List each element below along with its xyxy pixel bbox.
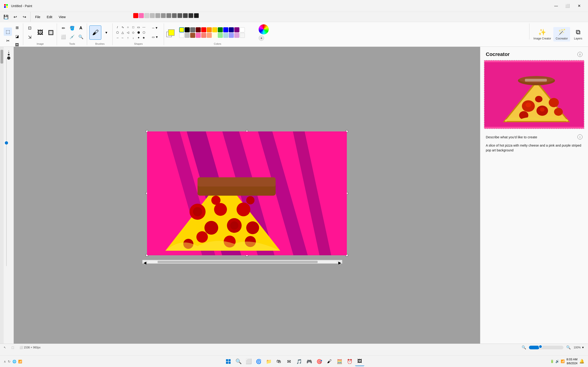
- store-button[interactable]: 🛍: [274, 357, 284, 366]
- shape-roundrect[interactable]: ▭: [136, 25, 141, 30]
- add-color-button[interactable]: +: [259, 35, 264, 41]
- scroll-track[interactable]: [148, 261, 337, 263]
- zoom-slider-track[interactable]: [529, 346, 563, 349]
- color-lg1[interactable]: [144, 13, 149, 18]
- info-icon[interactable]: i: [578, 52, 582, 57]
- description-info-icon[interactable]: i: [578, 134, 582, 140]
- color-red[interactable]: [201, 27, 206, 32]
- color-green[interactable]: [218, 27, 223, 32]
- shape-rtriangle[interactable]: ◁: [125, 30, 130, 35]
- shape-hex[interactable]: ⬡: [141, 30, 146, 35]
- shape-larrow[interactable]: ←: [120, 35, 125, 40]
- color-whitesmoke[interactable]: [240, 33, 245, 38]
- color-lg5[interactable]: [166, 13, 171, 18]
- shape-uarrow[interactable]: ↑: [125, 35, 130, 40]
- select-all-button[interactable]: ⊞: [13, 23, 21, 32]
- erase-bg-button[interactable]: 🔲: [47, 28, 55, 37]
- color-plum[interactable]: [234, 33, 239, 38]
- color-lg4[interactable]: [161, 13, 166, 18]
- start-button[interactable]: [224, 357, 233, 366]
- color-darkgray[interactable]: [190, 27, 195, 32]
- h-scroll-thumb[interactable]: [157, 261, 318, 263]
- color-yellow2[interactable]: [212, 27, 217, 32]
- shape-pentagon[interactable]: ⬟: [136, 30, 141, 35]
- brush-size-slider[interactable]: [5, 58, 8, 266]
- steam-button[interactable]: 🎮: [304, 357, 314, 366]
- shape-diamond[interactable]: ◇: [131, 30, 136, 35]
- shape-more[interactable]: ⋯: [141, 25, 146, 30]
- shape-rect[interactable]: □: [131, 25, 136, 30]
- chevron-up-area[interactable]: ∧: [4, 360, 6, 363]
- scroll-left-btn[interactable]: ◀: [144, 261, 146, 263]
- color-blue[interactable]: [223, 27, 228, 32]
- eraser-tool[interactable]: ⬜: [59, 33, 68, 41]
- left-scroll-thumb[interactable]: [0, 50, 3, 64]
- brush-type-dropdown[interactable]: ▼: [102, 28, 111, 37]
- pointer-tool[interactable]: ↖: [4, 346, 6, 349]
- color-lightsalmon[interactable]: [207, 33, 212, 38]
- zoom-in-button[interactable]: 🔍: [566, 345, 571, 350]
- text-tool[interactable]: A: [77, 24, 85, 32]
- xbox-button[interactable]: 🎯: [315, 357, 324, 366]
- globe-icon[interactable]: 🌐: [12, 360, 16, 363]
- color-brown[interactable]: [190, 33, 195, 38]
- shape-curve[interactable]: ∿: [120, 25, 125, 30]
- selection-status[interactable]: ⬚: [11, 346, 14, 349]
- color-pink2[interactable]: [139, 13, 144, 18]
- color-silver[interactable]: [185, 33, 190, 38]
- color-lg2[interactable]: [150, 13, 155, 18]
- zoom-thumb[interactable]: [539, 345, 542, 348]
- task-view-button[interactable]: ⬜: [244, 357, 253, 366]
- color-lg6[interactable]: [172, 13, 177, 18]
- color-lg3[interactable]: [155, 13, 160, 18]
- h-scrollbar[interactable]: ◀ ▶: [142, 260, 342, 264]
- color-darkblue[interactable]: [229, 27, 234, 32]
- prompt-input[interactable]: A slice of hot pizza with melty cheese a…: [486, 141, 582, 164]
- color-lg8[interactable]: [183, 13, 188, 18]
- calculator-button[interactable]: 🧮: [335, 357, 344, 366]
- select-rectangle-button[interactable]: ⬚: [4, 27, 12, 36]
- zoom-tool[interactable]: 🔍: [77, 33, 85, 41]
- canvas-area[interactable]: ◀ ▶: [14, 47, 480, 344]
- pencil-tool[interactable]: ✏: [59, 24, 68, 32]
- color1-swatch[interactable]: [168, 29, 174, 36]
- sync-icon[interactable]: ↻: [8, 360, 10, 363]
- select-freeform-button[interactable]: ✂: [4, 37, 12, 45]
- fill-dropdown[interactable]: ▭ ▼: [148, 33, 162, 41]
- color-red2[interactable]: [133, 13, 138, 18]
- color-lg7[interactable]: [177, 13, 182, 18]
- color-black[interactable]: [185, 27, 190, 32]
- mail-button[interactable]: ✉: [284, 357, 294, 366]
- color-lightgreen[interactable]: [218, 33, 223, 38]
- invert-selection-button[interactable]: ◪: [13, 32, 21, 40]
- color-lg9[interactable]: [188, 13, 193, 18]
- shape-darrow[interactable]: ↓: [131, 35, 136, 40]
- search-taskbar-button[interactable]: 🔍: [234, 357, 243, 366]
- color-salmon[interactable]: [201, 33, 206, 38]
- shape-triangle[interactable]: △: [120, 30, 125, 35]
- left-scrollbar[interactable]: [0, 47, 4, 344]
- photoshop-button[interactable]: 🖌: [325, 357, 334, 366]
- minimize-button[interactable]: —: [551, 2, 561, 10]
- cocreator-tool[interactable]: 🪄 Cocreator: [553, 27, 570, 42]
- color-yellow[interactable]: [179, 27, 184, 32]
- color-pick-tool[interactable]: 💉: [68, 33, 76, 41]
- zoom-dropdown-button[interactable]: ▼: [582, 346, 584, 349]
- paint-taskbar-button[interactable]: 🖼: [355, 357, 364, 366]
- shape-line[interactable]: /: [115, 25, 120, 30]
- image-creator-tool[interactable]: ✨ Image Creator: [531, 27, 553, 42]
- resize-button[interactable]: ⇲: [26, 33, 34, 41]
- color-wheel-button[interactable]: [259, 24, 269, 34]
- scroll-right-btn[interactable]: ▶: [338, 261, 341, 263]
- undo-button[interactable]: ↩: [11, 13, 19, 21]
- color-hotpink[interactable]: [196, 33, 201, 38]
- redo-button[interactable]: ↪: [20, 13, 28, 21]
- wifi-icon[interactable]: 📶: [18, 360, 22, 363]
- shape-star5[interactable]: ★: [141, 35, 146, 40]
- zoom-out-button[interactable]: 🔍: [522, 345, 526, 350]
- shape-star4[interactable]: ✦: [136, 35, 141, 40]
- view-menu[interactable]: View: [56, 14, 69, 20]
- image-magic-button[interactable]: 🖼: [35, 27, 46, 38]
- edge-button[interactable]: 🌀: [254, 357, 263, 366]
- color-orange[interactable]: [207, 27, 212, 32]
